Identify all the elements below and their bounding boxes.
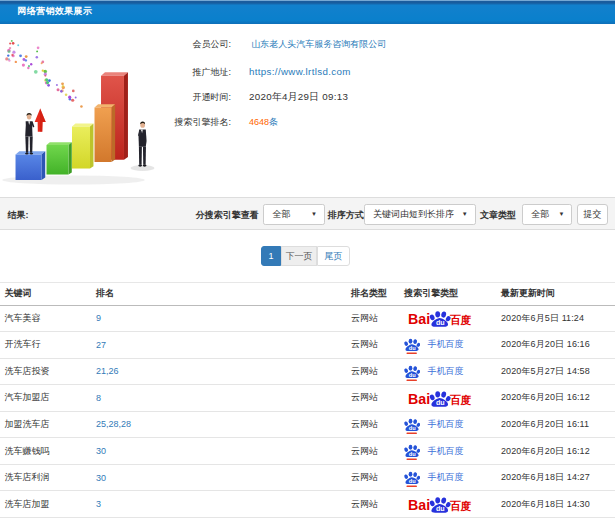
svg-text:du: du <box>409 345 416 351</box>
svg-text:Bai: Bai <box>408 497 430 513</box>
svg-text:百度: 百度 <box>449 314 471 326</box>
svg-text:Bai: Bai <box>408 391 430 407</box>
svg-text:百度: 百度 <box>449 394 471 406</box>
svg-text:du: du <box>436 319 445 327</box>
svg-text:du: du <box>409 478 416 484</box>
svg-text:百度: 百度 <box>449 500 471 512</box>
svg-text:Bai: Bai <box>408 311 430 327</box>
svg-text:du: du <box>409 451 416 457</box>
svg-text:du: du <box>436 505 445 513</box>
svg-text:du: du <box>436 399 445 407</box>
svg-text:du: du <box>409 425 416 431</box>
svg-text:du: du <box>409 372 416 378</box>
